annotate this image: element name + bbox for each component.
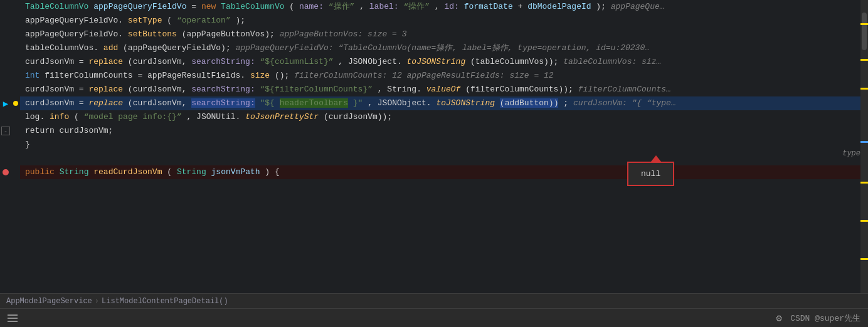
type-label: type bbox=[842, 149, 860, 158]
hamburger-line-1 bbox=[8, 314, 18, 316]
code-line-7: curdJsonVm = replace (curdJsonVm, search… bbox=[20, 83, 860, 96]
tooltip-popup: null bbox=[627, 162, 674, 186]
indicator-line-4 bbox=[0, 41, 11, 55]
code-line-3: appPageQueryFieldVo. setButtons (appPage… bbox=[20, 28, 860, 41]
code-line-2-content: appPageQueryFieldVo. setType ( “operatio… bbox=[25, 16, 245, 25]
code-line-1-content: TableColumnVo appPageQueryFieldVo = new … bbox=[25, 2, 665, 11]
code-line-8-content: curdJsonVm = replace (curdJsonVm, search… bbox=[25, 98, 676, 108]
warn-5 bbox=[11, 55, 20, 69]
indicator-line-6 bbox=[0, 69, 11, 83]
warn-14 bbox=[11, 179, 20, 193]
tooltip-container: null bbox=[627, 155, 674, 186]
warn-2 bbox=[11, 14, 20, 28]
indicator-line-5 bbox=[0, 55, 11, 69]
tooltip-arrow bbox=[651, 155, 661, 162]
warn-9 bbox=[11, 110, 20, 124]
warn-1 bbox=[11, 0, 20, 14]
breadcrumb-method: ListModelContentPageDetail() bbox=[102, 297, 228, 306]
warn-6 bbox=[11, 69, 20, 83]
warn-10 bbox=[11, 124, 20, 138]
indicator-line-1 bbox=[0, 0, 11, 14]
scroll-marker-5 bbox=[860, 182, 868, 184]
arrow-indicator: ▶ bbox=[3, 98, 8, 109]
indicator-line-13[interactable] bbox=[0, 165, 11, 179]
scroll-marker-4 bbox=[860, 141, 868, 143]
scroll-marker-3 bbox=[860, 88, 868, 90]
indicator-line-12 bbox=[0, 152, 11, 165]
code-lines: TableColumnVo appPageQueryFieldVo = new … bbox=[20, 0, 860, 293]
breadcrumb-class: AppModelPageService bbox=[6, 297, 92, 306]
warn-7 bbox=[11, 83, 20, 96]
scroll-marker-7 bbox=[860, 258, 868, 260]
code-line-1: TableColumnVo appPageQueryFieldVo = new … bbox=[20, 0, 860, 14]
indicator-line-2 bbox=[0, 14, 11, 28]
scroll-marker-1 bbox=[860, 23, 868, 25]
code-line-13: public String readCurdJsonVm ( String js… bbox=[20, 165, 860, 179]
code-line-10-content: return curdJsonVm; bbox=[25, 126, 113, 135]
warn-13 bbox=[11, 165, 20, 179]
code-line-9-content: log. info ( “model page info:{}” , JSONU… bbox=[25, 112, 392, 122]
left-indicators: ▶ - bbox=[0, 0, 11, 293]
gear-icon[interactable]: ⚙ bbox=[773, 312, 785, 324]
scroll-marker-6 bbox=[860, 220, 868, 222]
indicator-line-8: ▶ bbox=[0, 96, 11, 110]
indicator-line-14 bbox=[0, 179, 11, 193]
warn-8 bbox=[11, 96, 20, 110]
code-line-11: } bbox=[20, 138, 860, 152]
code-line-7-content: curdJsonVm = replace (curdJsonVm, search… bbox=[25, 85, 671, 94]
breadcrumb-bar: AppModelPageService › ListModelContentPa… bbox=[0, 293, 868, 308]
code-line-2: appPageQueryFieldVo. setType ( “operatio… bbox=[20, 14, 860, 28]
indicator-line-11 bbox=[0, 138, 11, 152]
yellow-warning-dot bbox=[13, 101, 18, 106]
indicator-line-7 bbox=[0, 83, 11, 96]
scroll-marker-2 bbox=[860, 59, 868, 61]
code-line-4-content: tableColumnVos. add (appPageQueryFieldVo… bbox=[25, 43, 650, 53]
indicator-line-3 bbox=[0, 28, 11, 41]
breakpoint-dot bbox=[3, 169, 9, 175]
fold-indicator[interactable]: - bbox=[1, 127, 10, 135]
editor-area: ▶ - bbox=[0, 0, 868, 308]
warning-column bbox=[11, 0, 20, 293]
code-line-14 bbox=[20, 179, 860, 193]
code-line-3-content: appPageQueryFieldVo. setButtons (appPage… bbox=[25, 29, 407, 39]
warn-11 bbox=[11, 138, 20, 152]
code-line-8: curdJsonVm = replace (curdJsonVm, search… bbox=[20, 96, 860, 110]
status-bar-right: ⚙ CSDN @super先生 bbox=[773, 312, 860, 324]
code-line-9: log. info ( “model page info:{}” , JSONU… bbox=[20, 110, 860, 124]
indicator-line-9 bbox=[0, 110, 11, 124]
code-line-5-content: curdJsonVm = replace (curdJsonVm, search… bbox=[25, 57, 661, 66]
code-line-4: tableColumnVos. add (appPageQueryFieldVo… bbox=[20, 41, 860, 55]
tooltip-text: null bbox=[641, 169, 660, 179]
status-bar-left bbox=[8, 314, 18, 322]
brand-text: CSDN @super先生 bbox=[790, 313, 860, 324]
scrollbar-thumb[interactable] bbox=[862, 13, 867, 50]
scrollbar-right[interactable] bbox=[860, 0, 868, 293]
code-line-13-content: public String readCurdJsonVm ( String js… bbox=[25, 167, 280, 177]
warn-3 bbox=[11, 28, 20, 41]
code-line-12 bbox=[20, 152, 860, 165]
hamburger-line-2 bbox=[8, 318, 18, 319]
warn-12 bbox=[11, 152, 20, 165]
code-line-6: int filterColumnCounts = appPageResultFi… bbox=[20, 69, 860, 83]
code-line-10: return curdJsonVm; bbox=[20, 124, 860, 138]
code-line-6-content: int filterColumnCounts = appPageResultFi… bbox=[25, 71, 554, 80]
code-line-5: curdJsonVm = replace (curdJsonVm, search… bbox=[20, 55, 860, 69]
code-line-11-content: } bbox=[25, 140, 30, 149]
hamburger-icon[interactable] bbox=[8, 314, 18, 322]
hamburger-line-3 bbox=[8, 321, 18, 322]
code-container: ▶ - bbox=[0, 0, 868, 293]
status-bar: ⚙ CSDN @super先生 bbox=[0, 308, 868, 327]
warn-4 bbox=[11, 41, 20, 55]
indicator-line-10: - bbox=[0, 124, 11, 138]
breadcrumb-separator: › bbox=[95, 297, 99, 306]
